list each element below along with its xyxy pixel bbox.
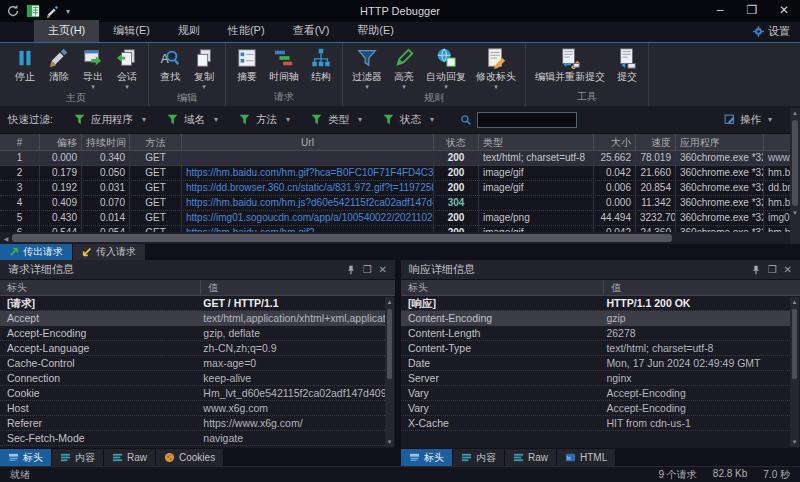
modify-headers-button[interactable]: 修改标头 <box>471 45 521 90</box>
header-row[interactable]: Accept text/html,application/xhtml+xml,a… <box>0 311 385 326</box>
tab-edit[interactable]: 编辑(E) <box>99 20 164 42</box>
sync-icon[interactable] <box>6 4 20 18</box>
action-button[interactable]: 操作 <box>724 113 772 127</box>
col-header-index[interactable]: # <box>0 134 40 150</box>
session-button[interactable]: 会话 <box>110 45 144 90</box>
cell-url[interactable]: https://dd.browser.360.cn/static/a/831.9… <box>182 181 434 195</box>
col-header-method[interactable]: 方法 <box>130 134 182 150</box>
header-row[interactable]: Server nginx <box>401 371 790 386</box>
col-header-size[interactable]: 大小 <box>594 134 636 150</box>
scroll-left-icon[interactable]: ◀ <box>0 235 12 242</box>
brush-icon[interactable] <box>46 4 60 18</box>
scroll-up-icon[interactable]: ▲ <box>792 297 798 307</box>
clear-button[interactable]: 清除 <box>42 45 76 84</box>
scroll-up-icon[interactable]: ▲ <box>387 297 393 307</box>
table-vertical-scrollbar[interactable]: ▲ ▼ <box>790 108 800 244</box>
tab-response-raw[interactable]: Raw <box>505 449 556 466</box>
table-horizontal-scrollbar[interactable]: ◀ ▶ <box>0 232 800 244</box>
col-header-value[interactable]: 值 <box>201 280 395 295</box>
tab-request-content[interactable]: 内容 <box>52 449 103 466</box>
filter-button[interactable]: 过滤器 <box>347 45 387 90</box>
table-row[interactable]: 2 0.179 0.050 GET https://hm.baidu.com/h… <box>0 166 800 181</box>
scroll-up-icon[interactable]: ▲ <box>792 108 798 118</box>
cell-url[interactable]: https://img01.sogoucdn.com/app/a/1005400… <box>182 211 434 225</box>
scroll-thumb[interactable] <box>387 309 392 379</box>
tab-help[interactable]: 帮助(E) <box>343 20 408 42</box>
settings-button[interactable]: 设置 <box>743 24 800 42</box>
header-row[interactable]: Content-Encoding gzip <box>401 311 790 326</box>
minimize-button[interactable]: – <box>704 0 736 22</box>
filter-status-dropdown[interactable]: 状态 <box>374 110 442 130</box>
header-row[interactable]: Sec-Fetch-Mode navigate <box>0 431 385 446</box>
filter-type-dropdown[interactable]: 类型 <box>302 110 370 130</box>
header-row[interactable]: [响应] HTTP/1.1 200 OK <box>401 296 790 311</box>
col-header-application[interactable]: 应用程序 <box>676 134 764 150</box>
scroll-down-icon[interactable]: ▼ <box>792 208 798 218</box>
scroll-down-icon[interactable]: ▼ <box>792 437 798 447</box>
tab-response-html[interactable]: htHTML <box>557 449 615 466</box>
col-header-value[interactable]: 值 <box>604 280 800 295</box>
tab-request-headers[interactable]: 标头 <box>0 449 51 466</box>
filter-method-dropdown[interactable]: 方法 <box>230 110 298 130</box>
cell-url[interactable] <box>182 151 434 165</box>
cell-url[interactable]: https://hm.baidu.com/hm.js?d60e542115f2c… <box>182 196 434 210</box>
tab-response-headers[interactable]: 标头 <box>401 449 452 466</box>
tab-rules[interactable]: 规则 <box>164 20 214 42</box>
col-header-url[interactable]: Url <box>182 134 434 150</box>
panel-vertical-scrollbar[interactable]: ▲ ▼ <box>790 297 799 447</box>
submit-button[interactable]: 提交 <box>610 45 644 84</box>
header-row[interactable]: Cache-Control max-age=0 <box>0 356 385 371</box>
col-header-name[interactable]: 标头 <box>401 280 604 295</box>
table-row[interactable]: 5 0.430 0.014 GET https://img01.sogoucdn… <box>0 211 800 226</box>
panel-maximize-icon[interactable]: ❐ <box>768 264 777 275</box>
excel-export-icon[interactable] <box>26 4 40 18</box>
header-row[interactable]: Accept-Language zh-CN,zh;q=0.9 <box>0 341 385 356</box>
header-row[interactable]: Content-Type text/html; charset=utf-8 <box>401 341 790 356</box>
export-button[interactable]: 导出 <box>76 45 110 90</box>
header-row[interactable]: Content-Length 26278 <box>401 326 790 341</box>
col-header-status[interactable]: 状态 <box>434 134 479 150</box>
header-row[interactable]: Accept-Encoding gzip, deflate <box>0 326 385 341</box>
table-row[interactable]: 3 0.192 0.031 GET https://dd.browser.360… <box>0 181 800 196</box>
filter-application-dropdown[interactable]: 应用程序 <box>65 110 154 130</box>
maximize-button[interactable]: ❐ <box>736 0 768 22</box>
tab-home[interactable]: 主页(H) <box>34 20 99 42</box>
search-input[interactable] <box>477 112 577 128</box>
header-row[interactable]: X-Cache HIT from cdn-us-1 <box>401 416 790 431</box>
cell-url[interactable]: https://hm.baidu.com/hm.gif?hca=B0FC10F7… <box>182 166 434 180</box>
highlight-button[interactable]: 高亮 <box>387 45 421 90</box>
header-row[interactable]: Date Mon, 17 Jun 2024 02:49:49 GMT <box>401 356 790 371</box>
auto-reply-button[interactable]: 自动回复 <box>421 45 471 90</box>
tab-view[interactable]: 查看(V) <box>279 20 344 42</box>
scroll-thumb[interactable] <box>12 234 672 242</box>
pin-icon[interactable] <box>751 265 761 275</box>
header-row[interactable]: Referer https://www.x6g.com/ <box>0 416 385 431</box>
col-header-type[interactable]: 类型 <box>479 134 594 150</box>
col-header-duration[interactable]: 持续时间 <box>82 134 130 150</box>
header-row[interactable]: Vary Accept-Encoding <box>401 386 790 401</box>
header-row[interactable]: Host www.x6g.com <box>0 401 385 416</box>
stop-button[interactable]: 停止 <box>8 45 42 84</box>
edit-resubmit-button[interactable]: 编辑并重新提交 <box>530 45 610 84</box>
structure-button[interactable]: 结构 <box>304 45 338 84</box>
timeline-button[interactable]: 时间轴 <box>264 45 304 84</box>
tab-incoming-requests[interactable]: 传入请求 <box>73 244 145 260</box>
table-row[interactable]: 1 0.000 0.340 GET 200 text/html; charset… <box>0 151 800 166</box>
panel-close-icon[interactable]: ✕ <box>379 264 387 275</box>
scroll-thumb[interactable] <box>792 120 798 206</box>
table-row[interactable]: 4 0.409 0.070 GET https://hm.baidu.com/h… <box>0 196 800 211</box>
header-row[interactable]: Vary Accept-Encoding <box>401 401 790 416</box>
scroll-down-icon[interactable]: ▼ <box>387 437 393 447</box>
find-button[interactable]: A查找 <box>153 45 187 84</box>
header-row[interactable]: [请求] GET / HTTP/1.1 <box>0 296 385 311</box>
tab-request-cookies[interactable]: Cookies <box>156 449 223 466</box>
copy-button[interactable]: 复制 <box>187 45 221 90</box>
close-button[interactable]: ✕ <box>768 0 800 22</box>
summary-button[interactable]: 摘要 <box>230 45 264 84</box>
qat-dropdown-caret-icon[interactable]: ▾ <box>66 7 70 16</box>
filter-domain-dropdown[interactable]: 域名 <box>158 110 226 130</box>
col-header-offset[interactable]: 偏移 <box>40 134 82 150</box>
col-header-speed[interactable]: 速度 <box>636 134 676 150</box>
panel-close-icon[interactable]: ✕ <box>784 264 792 275</box>
header-row[interactable]: Connection keep-alive <box>0 371 385 386</box>
